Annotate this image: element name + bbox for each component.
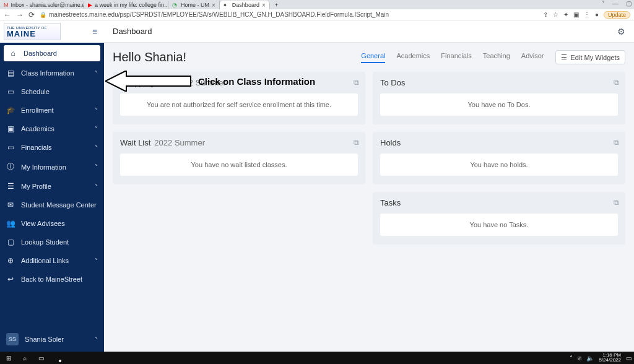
popout-icon[interactable]: ⧉ <box>354 138 359 147</box>
sidebar-item-class-information[interactable]: ▤Class Information˅ <box>0 64 104 82</box>
window-minimize-icon[interactable]: ˅ <box>602 0 605 7</box>
tab-label: Home - UM <box>181 2 209 8</box>
chevron-down-icon: ˅ <box>95 144 98 151</box>
page-title: Dashboard <box>113 27 152 36</box>
tab-general[interactable]: General <box>361 52 385 63</box>
tray-volume-icon[interactable]: 🔈 <box>586 355 594 362</box>
nav-forward-button[interactable]: → <box>16 11 24 19</box>
sidebar-item-financials[interactable]: ▭Financials˅ <box>0 138 104 157</box>
gear-icon[interactable]: ⚙ <box>617 27 625 37</box>
financials-icon: ▭ <box>6 143 15 152</box>
edit-widgets-label: Edit My Widgets <box>571 54 620 61</box>
window-restore-icon[interactable]: — <box>612 0 619 7</box>
lock-icon: 🔒 <box>40 12 46 18</box>
tray-chevron-icon[interactable]: ˄ <box>570 355 573 362</box>
start-button[interactable]: ⊞ <box>2 355 15 362</box>
favicon-icon: ● <box>224 2 230 8</box>
tab-teaching[interactable]: Teaching <box>483 52 510 63</box>
chevron-down-icon: ˅ <box>95 183 98 190</box>
sidebar-item-label: My Information <box>21 163 66 171</box>
window-controls: ˅ — ▢ <box>602 0 632 7</box>
card-title: Tasks <box>380 198 401 207</box>
popout-icon[interactable]: ⧉ <box>354 78 359 87</box>
dashboard-content: Hello Shania! GeneralAcademicsFinancials… <box>104 43 634 352</box>
sidebar-item-lookup-student[interactable]: ▢Lookup Student <box>0 233 104 251</box>
chevron-down-icon: ˅ <box>95 70 98 77</box>
card-body: You have no Tasks. <box>380 214 618 236</box>
taskbar-clock[interactable]: 1:16 PM 5/24/2022 <box>599 353 621 363</box>
tray-battery-icon[interactable]: ⎚ <box>578 355 581 362</box>
tab-label: Inbox - shania.soler@maine.edu <box>11 2 85 8</box>
class-information-icon: ▤ <box>6 69 15 77</box>
sidebar-item-dashboard[interactable]: ⌂Dashboard <box>4 45 100 61</box>
sidebar-item-student-message-center[interactable]: ✉Student Message Center <box>0 196 104 214</box>
tab-advisor[interactable]: Advisor <box>521 52 544 63</box>
popout-icon[interactable]: ⧉ <box>614 78 619 87</box>
sidebar-item-label: Lookup Student <box>21 238 69 246</box>
topbar: Dashboard ⚙ <box>104 20 634 43</box>
browser-tab[interactable]: MInbox - shania.soler@maine.edu× <box>0 1 84 9</box>
sidebar-item-label: Back to MaineStreet <box>21 275 82 283</box>
popout-icon[interactable]: ⧉ <box>614 138 619 147</box>
todos-card: To Dos ⧉ You have no To Dos. <box>373 72 625 124</box>
browser-tab[interactable]: ●Dashboard× <box>220 1 270 9</box>
sidebar-item-my-profile[interactable]: ☰My Profile˅ <box>0 177 104 196</box>
additional-links-icon: ⊕ <box>6 256 15 265</box>
card-subtitle: 2022 Summer <box>154 138 205 147</box>
sidebar: THE UNIVERSITY OF MAINE ≡ ⌂Dashboard▤Cla… <box>0 20 104 352</box>
sidebar-item-enrollment[interactable]: 🎓Enrollment˅ <box>0 101 104 119</box>
my-profile-icon: ☰ <box>6 182 15 191</box>
chevron-down-icon: ˅ <box>95 107 98 114</box>
view-advisees-icon: 👥 <box>6 219 15 228</box>
bookmark-star-icon[interactable]: ☆ <box>553 11 558 18</box>
lookup-student-icon: ▢ <box>6 238 15 246</box>
notifications-button[interactable]: ▭ <box>626 355 632 362</box>
taskview-button[interactable]: ▭ <box>35 355 47 362</box>
sidebar-item-my-information[interactable]: ⓘMy Information˅ <box>0 157 104 177</box>
shopping-cart-card: Shopping Cart 2022 Summer ⧉ You are not … <box>113 72 365 124</box>
nav-back-button[interactable]: ← <box>4 11 11 19</box>
tab-financials[interactable]: Financials <box>441 52 472 63</box>
favicon-icon: M <box>4 2 9 8</box>
waitlist-card: Wait List 2022 Summer ⧉ You have no wait… <box>113 132 365 184</box>
windows-taskbar: ⊞ ⌕ ▭ ˄ ⎚ 🔈 1:16 PM 5/24/2022 ▭ <box>0 352 634 364</box>
card-title: Shopping Cart <box>120 78 172 87</box>
sidebar-item-schedule[interactable]: ▭Schedule <box>0 82 104 101</box>
share-icon[interactable]: ⇪ <box>543 11 548 18</box>
sidebar-item-view-advisees[interactable]: 👥View Advisees <box>0 214 104 233</box>
sidebar-item-label: Additional Links <box>21 257 69 264</box>
extensions-icon[interactable]: ✦ <box>563 11 568 18</box>
browser-tab[interactable]: ◔Home - UM× <box>168 1 220 9</box>
apps-icon[interactable]: ▣ <box>573 11 579 18</box>
sidebar-user-row[interactable]: SS Shania Soler ˅ <box>0 327 104 352</box>
sidebar-item-back-to-mainestreet[interactable]: ↩Back to MaineStreet <box>0 270 104 288</box>
tab-academics[interactable]: Academics <box>396 52 430 63</box>
sidebar-item-label: Enrollment <box>21 106 54 114</box>
back-to-mainestreet-icon: ↩ <box>6 275 15 284</box>
edit-widgets-button[interactable]: ☰ Edit My Widgets <box>555 50 625 64</box>
card-body: You have no wait listed classes. <box>120 154 358 176</box>
new-tab-button[interactable]: + <box>270 1 283 9</box>
tasks-card: Tasks ⧉ You have no Tasks. <box>373 192 625 245</box>
schedule-icon: ▭ <box>6 87 15 96</box>
sidebar-item-label: Class Information <box>21 69 74 77</box>
nav-reload-button[interactable]: ⟳ <box>28 11 35 19</box>
browser-tab[interactable]: ▶a week in my life: college fin…🔇× <box>84 1 168 9</box>
menu-icon[interactable]: ⋮ <box>584 11 590 18</box>
browser-update-button[interactable]: Update <box>604 11 630 19</box>
card-body: You have no To Dos. <box>380 93 618 116</box>
search-button[interactable]: ⌕ <box>19 355 31 362</box>
sidebar-item-additional-links[interactable]: ⊕Additional Links˅ <box>0 251 104 270</box>
dashboard-tabs: GeneralAcademicsFinancialsTeachingAdviso… <box>361 52 544 63</box>
sidebar-item-academics[interactable]: ▣Academics˅ <box>0 119 104 138</box>
user-name: Shania Soler <box>25 336 64 343</box>
close-tab-icon[interactable]: × <box>262 2 266 9</box>
profile-avatar-icon[interactable]: ● <box>595 11 599 18</box>
omnibox[interactable]: 🔒 mainestreetcs.maine.edu/psp/CSPRDST/EM… <box>40 11 538 18</box>
card-title: Wait List <box>120 138 150 147</box>
hamburger-icon[interactable]: ≡ <box>89 27 100 37</box>
window-close-icon[interactable]: ▢ <box>626 0 632 7</box>
popout-icon[interactable]: ⧉ <box>614 198 619 207</box>
close-tab-icon[interactable]: × <box>212 2 215 9</box>
browser-tabstrip: MInbox - shania.soler@maine.edu×▶a week … <box>0 0 634 9</box>
